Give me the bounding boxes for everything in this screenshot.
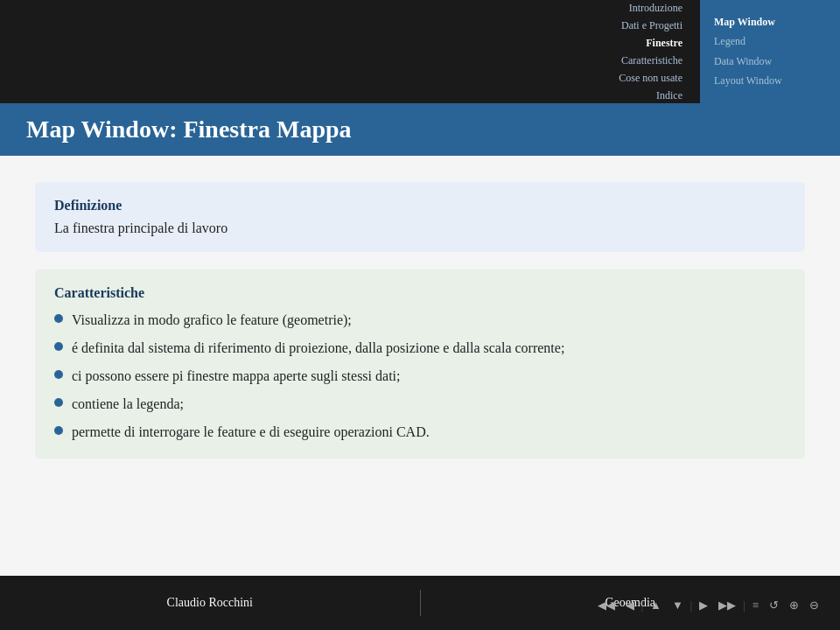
list-item: é definita dal sistema di riferimento di… xyxy=(54,338,786,359)
list-item: Visualizza in modo grafico le feature (g… xyxy=(54,310,786,331)
nav-right-menu: Map Window Legend Data Window Layout Win… xyxy=(700,0,840,103)
list-item: contiene la legenda; xyxy=(54,394,786,415)
list-item-text: contiene la legenda; xyxy=(72,394,184,415)
list-item-text: é definita dal sistema di riferimento di… xyxy=(72,338,564,359)
nav-zoom-button[interactable]: ⊖ xyxy=(806,597,822,614)
nav-search-button[interactable]: ⊕ xyxy=(786,597,802,614)
list-item: permette di interrogare le feature e di … xyxy=(54,422,786,443)
bullet-icon xyxy=(54,426,63,435)
top-navigation: Introduzione Dati e Progetti Finestre Ca… xyxy=(0,0,840,103)
nav-item-introduzione[interactable]: Introduzione xyxy=(629,0,682,16)
bullet-icon xyxy=(54,398,63,407)
nav-menu-button[interactable]: ≡ xyxy=(749,597,762,614)
nav-item-caratteristiche[interactable]: Caratteristiche xyxy=(621,52,682,68)
nav-sep1: | xyxy=(641,599,643,612)
nav-item-cose-non-usate[interactable]: Cose non usate xyxy=(619,70,682,86)
nav-right-data-window[interactable]: Data Window xyxy=(714,53,840,70)
list-item-text: permette di interrogare le feature e di … xyxy=(72,422,430,443)
definition-box: Definizione La finestra principale di la… xyxy=(35,182,805,252)
nav-prev-prev-button[interactable]: ◀◀ xyxy=(594,597,619,614)
nav-item-finestre[interactable]: Finestre xyxy=(646,35,682,51)
list-item-text: ci possono essere pi finestre mappa aper… xyxy=(72,366,400,387)
bullet-icon xyxy=(54,314,63,323)
main-content: Definizione La finestra principale di la… xyxy=(0,156,840,576)
slide-navigation-controls: ◀◀ ◀ | ▲ ▼ | ▶ ▶▶ | ≡ ↺ ⊕ ⊖ xyxy=(594,597,822,614)
characteristics-list: Visualizza in modo grafico le feature (g… xyxy=(54,310,786,443)
nav-right-layout-window[interactable]: Layout Window xyxy=(714,73,840,89)
footer-author: Claudio Rocchini xyxy=(0,596,420,610)
nav-prev-button[interactable]: ◀ xyxy=(622,597,638,614)
nav-sep2: | xyxy=(690,599,692,612)
nav-item-dati[interactable]: Dati e Progetti xyxy=(621,18,682,33)
characteristics-box: Caratteristiche Visualizza in modo grafi… xyxy=(35,270,805,458)
definition-text: La finestra principale di lavoro xyxy=(54,220,786,236)
nav-next-next-button[interactable]: ▶▶ xyxy=(715,597,739,614)
bullet-icon xyxy=(54,342,63,351)
characteristics-heading: Caratteristiche xyxy=(54,285,786,301)
author-name: Claudio Rocchini xyxy=(167,596,253,610)
nav-down-button[interactable]: ▼ xyxy=(668,597,687,614)
page-title: Map Window: Finestra Mappa xyxy=(26,116,352,144)
footer: Claudio Rocchini Geoemdia ◀◀ ◀ | ▲ ▼ | ▶… xyxy=(0,576,840,630)
nav-sep3: | xyxy=(743,599,745,612)
nav-right-legend[interactable]: Legend xyxy=(714,33,840,50)
nav-up-button[interactable]: ▲ xyxy=(647,597,665,614)
nav-left-menu: Introduzione Dati e Progetti Finestre Ca… xyxy=(0,0,700,103)
bullet-icon xyxy=(54,370,63,379)
nav-next-button[interactable]: ▶ xyxy=(696,597,711,614)
nav-item-indice[interactable]: Indice xyxy=(656,88,682,103)
definition-heading: Definizione xyxy=(54,198,786,214)
nav-right-map-window[interactable]: Map Window xyxy=(714,14,840,31)
title-bar: Map Window: Finestra Mappa xyxy=(0,103,840,156)
nav-refresh-button[interactable]: ↺ xyxy=(766,597,782,614)
list-item-text: Visualizza in modo grafico le feature (g… xyxy=(72,310,352,331)
list-item: ci possono essere pi finestre mappa aper… xyxy=(54,366,786,387)
